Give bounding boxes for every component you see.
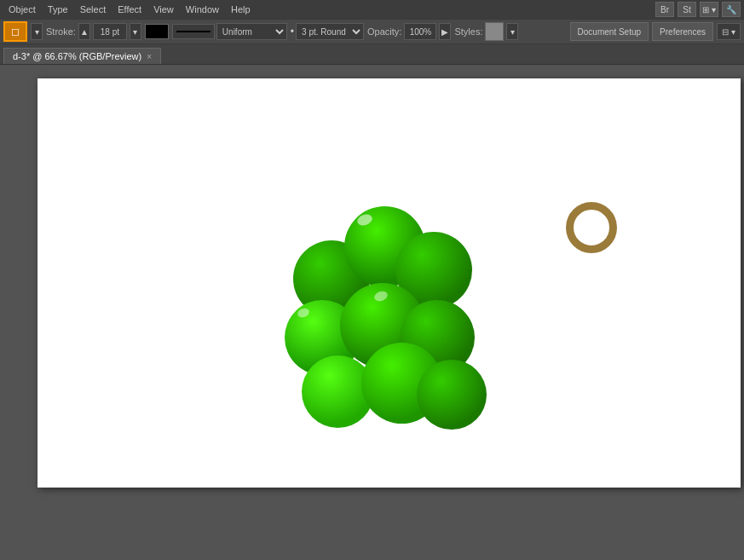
preferences-button[interactable]: Preferences [652, 22, 713, 41]
arrange-group: ⊟ ▾ [717, 23, 741, 40]
arrange-button[interactable]: ⊟ ▾ [717, 23, 741, 40]
stroke-up[interactable]: ▲ [78, 23, 90, 40]
style-swatch[interactable] [485, 22, 504, 41]
stroke-input[interactable] [93, 23, 127, 40]
toolbar: ◻ ▾ Stroke: ▲ ▾ Uniform Non-Uniform • 3 … [0, 19, 744, 44]
tab-title: d-3* @ 66.67% (RGB/Preview) [13, 51, 141, 61]
canvas-area [0, 65, 744, 560]
stroke-line-preview[interactable] [172, 24, 215, 39]
menu-select[interactable]: Select [75, 3, 112, 16]
blob-front-right [417, 360, 487, 430]
styles-arrow[interactable]: ▾ [506, 23, 518, 40]
round-group: • 3 pt. Round 3 pt. Flat [291, 23, 364, 40]
document-setup-button[interactable]: Document Setup [570, 22, 649, 41]
tab-close-button[interactable]: × [147, 52, 152, 61]
stock-button[interactable]: St [678, 2, 696, 17]
opacity-label: Opacity: [367, 26, 401, 37]
stroke-label: Stroke: [46, 26, 76, 37]
bridge-button[interactable]: Br [655, 2, 674, 17]
tool-icon: ◻ [3, 21, 27, 42]
tab-bar: d-3* @ 66.67% (RGB/Preview) × [0, 44, 744, 65]
menu-help[interactable]: Help [226, 3, 256, 16]
blobs-cluster[interactable] [285, 189, 481, 394]
round-dot-icon: • [291, 26, 294, 38]
opacity-expand[interactable]: ▶ [439, 23, 451, 40]
menu-bar: Object Type Select Effect View Window He… [0, 0, 744, 19]
ring-shape[interactable] [566, 202, 617, 253]
menu-window[interactable]: Window [181, 3, 224, 16]
menu-view[interactable]: View [148, 3, 179, 16]
stroke-type-select[interactable]: Uniform Non-Uniform [216, 23, 287, 40]
document-canvas [37, 78, 741, 488]
round-select[interactable]: 3 pt. Round 3 pt. Flat [296, 23, 364, 40]
menu-icons-group: Br St ⊞ ▾ 🔧 [655, 2, 741, 17]
stroke-group: Stroke: ▲ ▾ [46, 23, 141, 40]
stroke-down[interactable]: ▾ [130, 23, 141, 40]
menu-type[interactable]: Type [43, 3, 73, 16]
styles-group: Styles: ▾ [454, 22, 518, 41]
stroke-color-box[interactable] [145, 24, 169, 39]
grid-button[interactable]: ⊞ ▾ [700, 2, 718, 17]
tool-arrow[interactable]: ▾ [31, 23, 43, 40]
opacity-group: Opacity: ▶ [367, 23, 451, 40]
styles-label: Styles: [454, 26, 482, 37]
menu-object[interactable]: Object [3, 3, 41, 16]
document-tab[interactable]: d-3* @ 66.67% (RGB/Preview) × [3, 48, 161, 64]
stroke-style-group: Uniform Non-Uniform [172, 23, 287, 40]
menu-effect[interactable]: Effect [112, 3, 147, 16]
opacity-input[interactable] [404, 23, 436, 40]
tools-button[interactable]: 🔧 [722, 2, 741, 17]
